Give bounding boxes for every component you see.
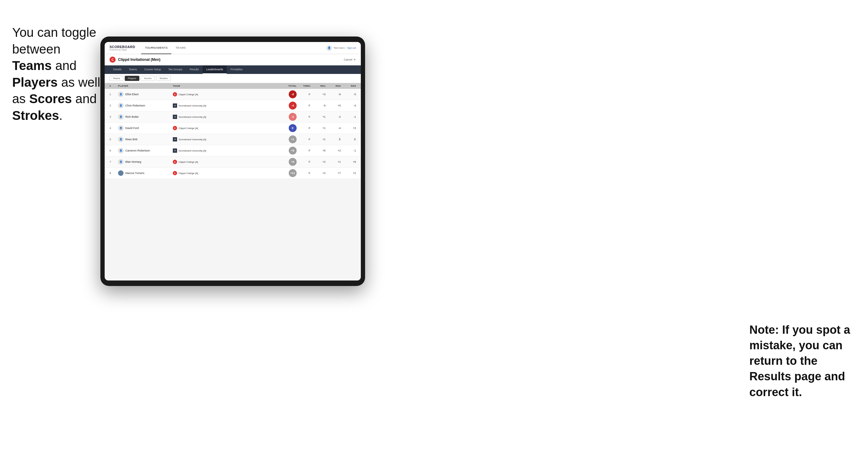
logo-text: SCOREBOARD: [110, 45, 135, 49]
score-badge: E: [289, 124, 297, 132]
th-total: TOTAL: [278, 85, 297, 87]
team-cell: SB Scoreboard University [A]: [173, 115, 278, 119]
avatar: 👤: [118, 125, 124, 131]
tab-teams[interactable]: Teams: [125, 65, 141, 74]
avatar: 👤: [118, 159, 124, 164]
tab-course-setup[interactable]: Course Setup: [141, 65, 164, 74]
tab-leaderboards[interactable]: Leaderboards: [203, 65, 227, 74]
player-cell: 👤 Blair McHarg: [118, 159, 173, 164]
thru-val: F: [297, 149, 310, 152]
annotation-right: Note: If you spot a mistake, you can ret…: [749, 322, 853, 400]
rd1-val: +1: [310, 115, 326, 118]
toggle-players-button[interactable]: Players: [125, 76, 140, 81]
th-rd3: RD3: [341, 85, 356, 87]
th-thru: THRU: [297, 85, 310, 87]
row-num: 7: [110, 160, 118, 163]
rd2-val: -2: [326, 115, 341, 118]
team-logo: SB: [173, 149, 177, 153]
table-row: 4 👤 David Ford C Clippd College [A] E F …: [105, 123, 361, 134]
player-name: Chris Robertson: [125, 104, 145, 107]
logo-sub: Powered by clippd: [110, 49, 135, 51]
rd2-val: -6: [326, 93, 341, 96]
thru-val: F: [297, 160, 310, 163]
total-cell: -2: [278, 113, 297, 121]
tab-details[interactable]: Details: [110, 65, 125, 74]
total-cell: E: [278, 124, 297, 132]
team-logo: C: [173, 160, 177, 164]
player-cell: 👤 David Ford: [118, 125, 173, 131]
avatar: 👤: [118, 114, 124, 120]
rd3-val: -1: [341, 115, 356, 118]
player-name: Blair McHarg: [125, 160, 141, 163]
rd1-val: +1: [310, 138, 326, 141]
nav-link-teams[interactable]: TEAMS: [172, 42, 190, 54]
tab-results[interactable]: Results: [186, 65, 203, 74]
toggle-strokes-button[interactable]: Strokes: [156, 76, 171, 81]
tab-printables[interactable]: Printables: [227, 65, 246, 74]
rd1-val: +5: [310, 149, 326, 152]
rd2-val: +5: [326, 104, 341, 107]
thru-val: F: [297, 93, 310, 96]
team-cell: SB Scoreboard University [A]: [173, 149, 278, 153]
total-cell: -8: [278, 90, 297, 98]
player-name: Elliot Ebert: [125, 93, 139, 96]
avatar: 👤: [118, 92, 124, 97]
table-row: 8 MT Marcus Turners C Clippd College [A]…: [105, 168, 361, 179]
row-num: 8: [110, 172, 118, 175]
team-cell: C Clippd College [A]: [173, 171, 278, 175]
rd1-val: +2: [310, 172, 326, 175]
total-cell: -4: [278, 102, 297, 110]
rd3-val: +6: [341, 160, 356, 163]
score-badge: -4: [289, 102, 297, 110]
row-num: 5: [110, 138, 118, 141]
avatar: 👤: [118, 103, 124, 108]
total-cell: +11: [278, 169, 297, 177]
cancel-button[interactable]: Cancel ✕: [344, 58, 356, 61]
toggle-teams-button[interactable]: Teams: [110, 76, 124, 81]
rd2-val: -4: [326, 127, 341, 130]
team-name: Clippd College [A]: [179, 161, 198, 163]
rd3-val: +2: [341, 172, 356, 175]
team-logo: C: [173, 171, 177, 175]
team-logo: C: [173, 126, 177, 130]
player-cell: 👤 Elliot Ebert: [118, 92, 173, 97]
team-cell: SB Scoreboard University [A]: [173, 103, 278, 108]
avatar: 👤: [118, 148, 124, 153]
total-cell: +1: [278, 135, 297, 143]
annotation-left: You can toggle between Teams and Players…: [12, 24, 100, 124]
tournament-title: C Clippd Invitational (Men): [110, 57, 160, 63]
tablet-screen: SCOREBOARD Powered by clippd TOURNAMENTS…: [105, 42, 361, 281]
rd2-val: +7: [326, 172, 341, 175]
avatar: MT: [118, 170, 124, 176]
team-name: Scoreboard University [A]: [179, 116, 206, 118]
team-cell: C Clippd College [A]: [173, 126, 278, 130]
rd1-val: +2: [310, 160, 326, 163]
player-cell: 👤 Chris Robertson: [118, 103, 173, 108]
thru-val: F: [297, 172, 310, 175]
table-row: 7 👤 Blair McHarg C Clippd College [A] +8…: [105, 156, 361, 168]
player-cell: MT Marcus Turners: [118, 170, 173, 176]
rd3-val: -1: [341, 149, 356, 152]
total-cell: +6: [278, 147, 297, 155]
avatar: 👤: [118, 136, 124, 142]
rd2-val: E: [326, 138, 341, 141]
team-name: Scoreboard University [A]: [179, 149, 206, 152]
nav-link-tournaments[interactable]: TOURNAMENTS: [141, 42, 171, 54]
team-name: Clippd College [A]: [179, 127, 198, 130]
top-nav-right: 👤 Test User | Sign out: [327, 45, 356, 51]
score-badge: +8: [289, 158, 297, 166]
tab-tee-groups[interactable]: Tee Groups: [164, 65, 186, 74]
toggle-scores-button[interactable]: Scores: [141, 76, 155, 81]
score-badge: -2: [289, 113, 297, 121]
player-name: David Ford: [125, 127, 139, 130]
cancel-label: Cancel: [344, 58, 352, 61]
signout-link[interactable]: Sign out: [347, 46, 356, 49]
score-badge: +1: [289, 135, 297, 143]
player-name: Rees Britt: [125, 138, 137, 141]
thru-val: F: [297, 115, 310, 118]
table-row: 3 👤 Rich Butler SB Scoreboard University…: [105, 111, 361, 123]
rd1-val: +1: [310, 127, 326, 130]
logo-area: SCOREBOARD Powered by clippd: [110, 45, 135, 51]
user-icon: 👤: [327, 45, 332, 51]
rd2-val: +2: [326, 149, 341, 152]
